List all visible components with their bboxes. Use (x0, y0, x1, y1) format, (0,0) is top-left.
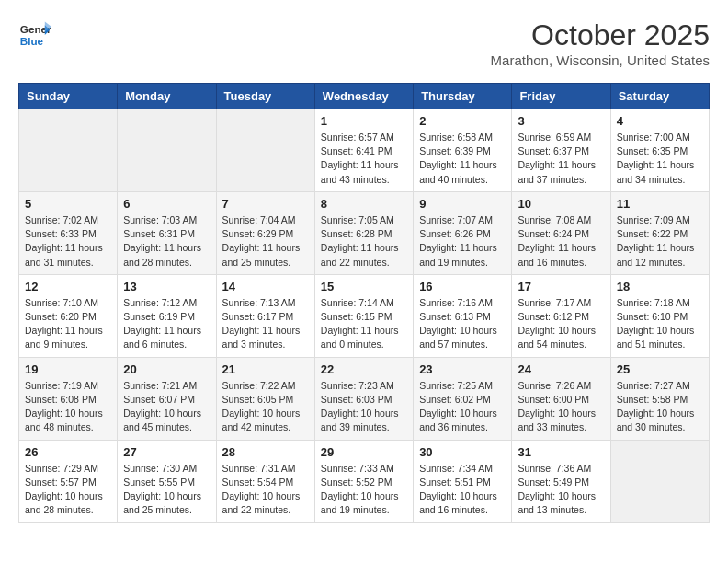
day-number: 26 (25, 445, 111, 459)
day-info: Sunrise: 6:58 AM Sunset: 6:39 PM Dayligh… (419, 131, 506, 187)
weekday-header-tuesday: Tuesday (216, 84, 314, 109)
calendar-cell: 8Sunrise: 7:05 AM Sunset: 6:28 PM Daylig… (314, 191, 413, 274)
day-info: Sunrise: 7:29 AM Sunset: 5:57 PM Dayligh… (25, 462, 111, 518)
day-info: Sunrise: 7:09 AM Sunset: 6:22 PM Dayligh… (617, 213, 703, 270)
day-number: 1 (321, 114, 407, 128)
day-number: 10 (518, 197, 604, 211)
calendar-cell: 11Sunrise: 7:09 AM Sunset: 6:22 PM Dayli… (610, 191, 709, 274)
weekday-header-monday: Monday (118, 84, 216, 109)
calendar-cell: 28Sunrise: 7:31 AM Sunset: 5:54 PM Dayli… (216, 440, 314, 523)
calendar-week-2: 5Sunrise: 7:02 AM Sunset: 6:33 PM Daylig… (19, 191, 710, 274)
weekday-header-sunday: Sunday (19, 84, 118, 109)
day-info: Sunrise: 7:10 AM Sunset: 6:20 PM Dayligh… (25, 296, 111, 352)
calendar-cell: 10Sunrise: 7:08 AM Sunset: 6:24 PM Dayli… (512, 191, 610, 274)
day-number: 22 (321, 362, 407, 376)
calendar-cell: 23Sunrise: 7:25 AM Sunset: 6:02 PM Dayli… (414, 357, 512, 440)
day-info: Sunrise: 7:31 AM Sunset: 5:54 PM Dayligh… (222, 462, 309, 518)
day-info: Sunrise: 7:33 AM Sunset: 5:52 PM Dayligh… (321, 462, 407, 518)
day-info: Sunrise: 7:27 AM Sunset: 5:58 PM Dayligh… (617, 379, 703, 435)
day-info: Sunrise: 7:03 AM Sunset: 6:31 PM Dayligh… (123, 213, 210, 270)
weekday-header-saturday: Saturday (610, 84, 709, 109)
calendar-cell (610, 440, 709, 523)
calendar-week-5: 26Sunrise: 7:29 AM Sunset: 5:57 PM Dayli… (19, 440, 710, 523)
day-number: 21 (222, 362, 309, 376)
day-number: 29 (321, 445, 407, 459)
day-info: Sunrise: 7:22 AM Sunset: 6:05 PM Dayligh… (222, 379, 309, 435)
calendar-cell: 27Sunrise: 7:30 AM Sunset: 5:55 PM Dayli… (118, 440, 216, 523)
day-info: Sunrise: 7:00 AM Sunset: 6:35 PM Dayligh… (617, 131, 703, 187)
calendar-cell: 6Sunrise: 7:03 AM Sunset: 6:31 PM Daylig… (118, 191, 216, 274)
weekday-header-friday: Friday (512, 84, 610, 109)
calendar-cell: 17Sunrise: 7:17 AM Sunset: 6:12 PM Dayli… (512, 274, 610, 357)
day-info: Sunrise: 7:02 AM Sunset: 6:33 PM Dayligh… (25, 213, 111, 270)
weekday-header-row: SundayMondayTuesdayWednesdayThursdayFrid… (19, 84, 710, 109)
weekday-header-thursday: Thursday (414, 84, 512, 109)
calendar-cell: 1Sunrise: 6:57 AM Sunset: 6:41 PM Daylig… (314, 109, 413, 192)
day-info: Sunrise: 7:36 AM Sunset: 5:49 PM Dayligh… (518, 462, 604, 518)
calendar-cell (19, 109, 118, 192)
day-info: Sunrise: 7:05 AM Sunset: 6:28 PM Dayligh… (321, 213, 407, 270)
day-info: Sunrise: 6:57 AM Sunset: 6:41 PM Dayligh… (321, 131, 407, 187)
day-number: 28 (222, 445, 309, 459)
calendar-cell: 14Sunrise: 7:13 AM Sunset: 6:17 PM Dayli… (216, 274, 314, 357)
location-title: Marathon, Wisconsin, United States (491, 52, 710, 68)
logo-icon: General Blue (18, 18, 51, 52)
day-number: 18 (617, 280, 703, 293)
calendar-week-3: 12Sunrise: 7:10 AM Sunset: 6:20 PM Dayli… (19, 274, 710, 357)
day-number: 16 (419, 280, 506, 293)
day-number: 23 (419, 362, 506, 376)
day-number: 24 (518, 362, 604, 376)
day-number: 11 (617, 197, 703, 211)
day-number: 8 (321, 197, 407, 211)
day-number: 31 (518, 445, 604, 459)
calendar-cell: 22Sunrise: 7:23 AM Sunset: 6:03 PM Dayli… (314, 357, 413, 440)
calendar-cell: 2Sunrise: 6:58 AM Sunset: 6:39 PM Daylig… (414, 109, 512, 192)
calendar-cell: 20Sunrise: 7:21 AM Sunset: 6:07 PM Dayli… (118, 357, 216, 440)
day-info: Sunrise: 7:18 AM Sunset: 6:10 PM Dayligh… (617, 296, 703, 352)
day-number: 13 (123, 280, 210, 293)
day-info: Sunrise: 7:21 AM Sunset: 6:07 PM Dayligh… (123, 379, 210, 435)
calendar-cell: 19Sunrise: 7:19 AM Sunset: 6:08 PM Dayli… (19, 357, 118, 440)
day-number: 30 (419, 445, 506, 459)
calendar-cell: 7Sunrise: 7:04 AM Sunset: 6:29 PM Daylig… (216, 191, 314, 274)
day-info: Sunrise: 7:34 AM Sunset: 5:51 PM Dayligh… (419, 462, 506, 518)
calendar-cell: 25Sunrise: 7:27 AM Sunset: 5:58 PM Dayli… (610, 357, 709, 440)
day-number: 17 (518, 280, 604, 293)
day-number: 5 (25, 197, 111, 211)
calendar-cell (118, 109, 216, 192)
calendar-cell: 31Sunrise: 7:36 AM Sunset: 5:49 PM Dayli… (512, 440, 610, 523)
calendar-cell: 4Sunrise: 7:00 AM Sunset: 6:35 PM Daylig… (610, 109, 709, 192)
calendar-cell: 9Sunrise: 7:07 AM Sunset: 6:26 PM Daylig… (414, 191, 512, 274)
calendar-cell: 15Sunrise: 7:14 AM Sunset: 6:15 PM Dayli… (314, 274, 413, 357)
calendar-cell: 12Sunrise: 7:10 AM Sunset: 6:20 PM Dayli… (19, 274, 118, 357)
day-number: 19 (25, 362, 111, 376)
day-number: 6 (123, 197, 210, 211)
day-info: Sunrise: 7:25 AM Sunset: 6:02 PM Dayligh… (419, 379, 506, 435)
calendar-week-4: 19Sunrise: 7:19 AM Sunset: 6:08 PM Dayli… (19, 357, 710, 440)
day-number: 2 (419, 114, 506, 128)
day-info: Sunrise: 7:26 AM Sunset: 6:00 PM Dayligh… (518, 379, 604, 435)
day-number: 9 (419, 197, 506, 211)
calendar-cell: 24Sunrise: 7:26 AM Sunset: 6:00 PM Dayli… (512, 357, 610, 440)
day-number: 7 (222, 197, 309, 211)
day-info: Sunrise: 7:14 AM Sunset: 6:15 PM Dayligh… (321, 296, 407, 352)
day-number: 15 (321, 280, 407, 293)
day-info: Sunrise: 7:16 AM Sunset: 6:13 PM Dayligh… (419, 296, 506, 352)
day-info: Sunrise: 7:12 AM Sunset: 6:19 PM Dayligh… (123, 296, 210, 352)
day-number: 20 (123, 362, 210, 376)
day-number: 3 (518, 114, 604, 128)
day-info: Sunrise: 7:23 AM Sunset: 6:03 PM Dayligh… (321, 379, 407, 435)
day-info: Sunrise: 7:07 AM Sunset: 6:26 PM Dayligh… (419, 213, 506, 270)
weekday-header-wednesday: Wednesday (314, 84, 413, 109)
day-info: Sunrise: 7:19 AM Sunset: 6:08 PM Dayligh… (25, 379, 111, 435)
title-block: October 2025 Marathon, Wisconsin, United… (491, 18, 710, 68)
day-number: 14 (222, 280, 309, 293)
calendar-cell: 30Sunrise: 7:34 AM Sunset: 5:51 PM Dayli… (414, 440, 512, 523)
day-info: Sunrise: 6:59 AM Sunset: 6:37 PM Dayligh… (518, 131, 604, 187)
calendar-cell: 18Sunrise: 7:18 AM Sunset: 6:10 PM Dayli… (610, 274, 709, 357)
calendar-week-1: 1Sunrise: 6:57 AM Sunset: 6:41 PM Daylig… (19, 109, 710, 192)
day-number: 4 (617, 114, 703, 128)
day-number: 25 (617, 362, 703, 376)
day-info: Sunrise: 7:08 AM Sunset: 6:24 PM Dayligh… (518, 213, 604, 270)
day-info: Sunrise: 7:13 AM Sunset: 6:17 PM Dayligh… (222, 296, 309, 352)
